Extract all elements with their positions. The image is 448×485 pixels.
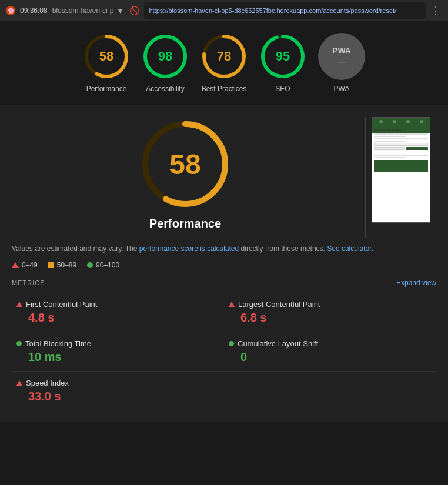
- score-label-best-practices: Best Practices: [202, 85, 247, 93]
- score-item-performance[interactable]: 58 Performance: [83, 33, 130, 93]
- legend-item-red: 0–49: [12, 261, 38, 269]
- score-circle-seo: 95: [259, 33, 306, 80]
- see-calculator-link[interactable]: See calculator.: [327, 245, 373, 253]
- metric-value-tbt: 10 ms: [28, 350, 219, 364]
- url-text: https://blossom-haven-ci-pp5-d8c652557fb…: [149, 7, 396, 14]
- legend-item-green: 90–100: [87, 261, 119, 269]
- screenshot-box: PASSWORD RESET: [372, 117, 430, 223]
- perf-note-text2: directly from these metrics.: [241, 245, 327, 253]
- performance-title: Performance: [149, 217, 221, 230]
- legend-green-icon: [87, 262, 93, 268]
- metric-label-tbt: Total Blocking Time: [25, 339, 91, 348]
- metrics-label: METRICS: [12, 279, 45, 286]
- metrics-header: METRICS Expand view: [12, 279, 436, 287]
- score-label-performance: Performance: [86, 85, 127, 93]
- score-item-seo[interactable]: 95 SEO: [259, 33, 306, 93]
- score-item-accessibility[interactable]: 98 Accessibility: [142, 33, 189, 93]
- score-label-accessibility: Accessibility: [146, 85, 184, 93]
- metric-item-cls: Cumulative Layout Shift 0: [224, 332, 436, 372]
- perf-score-link[interactable]: performance score is calculated: [139, 245, 239, 253]
- blocked-icon: 🚫: [129, 6, 139, 15]
- ss-line-6: [374, 157, 406, 158]
- menu-arrow-icon[interactable]: ▾: [118, 6, 122, 15]
- score-value-performance: 58: [99, 49, 113, 64]
- time-display: 09:36:08: [20, 6, 48, 15]
- pwa-label: PWA: [332, 46, 351, 55]
- large-score-value: 58: [169, 148, 200, 180]
- metric-item-fcp: First Contentful Paint 4.8 s: [12, 293, 224, 332]
- metric-name-si: Speed Index: [16, 379, 219, 387]
- score-item-best-practices[interactable]: 78 Best Practices: [200, 33, 248, 93]
- metric-item-lcp: Largest Contentful Paint 6.8 s: [224, 293, 436, 332]
- metric-label-fcp: First Contentful Paint: [26, 300, 97, 309]
- ss-dot-1: [379, 120, 383, 123]
- ss-line-3: [374, 138, 428, 139]
- favicon-icon: 🌸: [6, 6, 15, 15]
- pwa-dash: —: [337, 56, 346, 67]
- legend-green-label: 90–100: [96, 261, 119, 269]
- expand-view-button[interactable]: Expand view: [396, 279, 436, 287]
- score-item-pwa[interactable]: PWA — PWA: [318, 33, 365, 93]
- metric-name-lcp: Largest Contentful Paint: [229, 300, 432, 309]
- metric-value-cls: 0: [240, 350, 432, 364]
- ss-line-2: [374, 136, 406, 137]
- metric-name-fcp: First Contentful Paint: [16, 300, 219, 309]
- vertical-divider: [365, 117, 366, 238]
- ss-body: PASSWORD RESET: [372, 126, 430, 175]
- url-bar[interactable]: https://blossom-haven-ci-pp5-d8c652557fb…: [144, 2, 426, 19]
- screenshot-inner: PASSWORD RESET: [372, 118, 430, 222]
- score-label-seo: SEO: [275, 85, 290, 93]
- performance-left: 58 Performance: [12, 117, 359, 238]
- legend: 0–49 50–89 90–100: [12, 261, 436, 269]
- main-content: 58 Performance PASSWORD RESET: [0, 105, 448, 422]
- metric-item-tbt: Total Blocking Time 10 ms: [12, 332, 224, 372]
- legend-red-icon: [12, 262, 19, 268]
- perf-notes-area: Values are estimated and may vary. The p…: [12, 243, 436, 269]
- metric-name-cls: Cumulative Layout Shift: [229, 339, 432, 348]
- ss-dot-2: [393, 120, 396, 123]
- legend-orange-icon: [48, 262, 54, 268]
- perf-note: Values are estimated and may vary. The p…: [12, 243, 436, 254]
- metric-value-si: 33.0 s: [28, 390, 219, 403]
- ss-page-title: PASSWORD RESET: [374, 128, 428, 132]
- score-value-accessibility: 98: [158, 49, 172, 64]
- scores-section: 58 Performance 98 Accessibility 78 Best …: [0, 21, 448, 105]
- perf-note-text: Values are estimated and may vary. The: [12, 245, 139, 253]
- metric-label-cls: Cumulative Layout Shift: [238, 339, 318, 348]
- ss-line-4: [374, 141, 406, 142]
- legend-orange-label: 50–89: [57, 261, 76, 269]
- ss-dot-3: [406, 120, 410, 123]
- metric-name-tbt: Total Blocking Time: [16, 339, 219, 348]
- ss-header: [372, 118, 430, 126]
- metric-label-si: Speed Index: [26, 379, 69, 387]
- legend-red-label: 0–49: [22, 261, 38, 269]
- performance-detail-row: 58 Performance PASSWORD RESET: [12, 117, 436, 238]
- ss-dot-4: [420, 120, 423, 123]
- pwa-circle: PWA —: [318, 33, 365, 80]
- metric-item-si: Speed Index 33.0 s: [12, 372, 224, 410]
- ss-input-2: [374, 147, 405, 150]
- metric-status-red-icon-lcp: [229, 302, 235, 307]
- app-name: blossom-haven-ci-p: [52, 6, 114, 15]
- metric-status-red-icon-fcp: [16, 302, 22, 307]
- legend-item-orange: 50–89: [48, 261, 76, 269]
- metrics-grid: First Contentful Paint 4.8 s Largest Con…: [12, 293, 436, 410]
- score-circle-accessibility: 98: [142, 33, 189, 80]
- ss-input-1: [374, 143, 428, 146]
- ss-button: [406, 147, 428, 150]
- screenshot-area: PASSWORD RESET: [372, 117, 436, 223]
- score-value-seo: 95: [276, 49, 290, 64]
- score-label-pwa: PWA: [334, 85, 350, 93]
- metric-status-green-icon-tbt: [16, 341, 22, 346]
- score-circle-performance: 58: [83, 33, 130, 80]
- metric-label-lcp: Largest Contentful Paint: [238, 300, 320, 309]
- metric-value-lcp: 6.8 s: [240, 311, 432, 325]
- ss-line-1: [374, 133, 428, 135]
- top-bar: 🌸 09:36:08 blossom-haven-ci-p ▾ 🚫 https:…: [0, 0, 448, 21]
- ss-footer: [374, 160, 428, 172]
- score-value-best-practices: 78: [217, 49, 231, 64]
- metric-status-green-icon-cls: [229, 341, 234, 346]
- metric-status-red-icon-si: [16, 380, 22, 386]
- large-score-circle: 58: [138, 117, 232, 211]
- more-options-icon[interactable]: ⋮: [430, 4, 442, 17]
